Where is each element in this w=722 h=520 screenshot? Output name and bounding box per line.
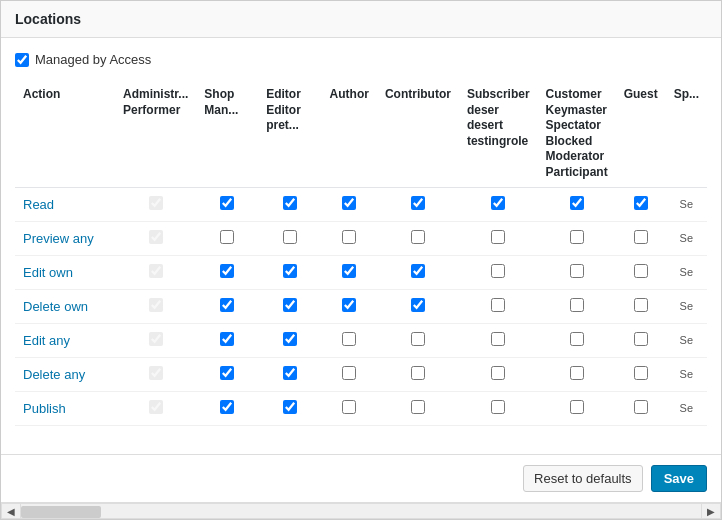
permission-cell-editor: [258, 221, 321, 255]
checkbox-editor-0[interactable]: [283, 196, 297, 210]
sp-cell[interactable]: Se: [666, 255, 707, 289]
checkbox-contributor-6[interactable]: [411, 400, 425, 414]
checkbox-contributor-4[interactable]: [411, 332, 425, 346]
permission-cell-author: [322, 323, 377, 357]
reset-button[interactable]: Reset to defaults: [523, 465, 643, 492]
checkbox-author-3[interactable]: [342, 298, 356, 312]
save-button[interactable]: Save: [651, 465, 707, 492]
checkbox-guest-6[interactable]: [634, 400, 648, 414]
checkbox-author-6[interactable]: [342, 400, 356, 414]
action-cell[interactable]: Preview any: [15, 221, 115, 255]
checkbox-contributor-5[interactable]: [411, 366, 425, 380]
checkbox-guest-5[interactable]: [634, 366, 648, 380]
checkbox-author-2[interactable]: [342, 264, 356, 278]
scrollbar-track[interactable]: [21, 503, 701, 519]
action-cell[interactable]: Publish: [15, 391, 115, 425]
permission-cell-guest: [616, 391, 666, 425]
checkbox-shop_manager-6[interactable]: [220, 400, 234, 414]
table-body: ReadSePreview anySeEdit ownSeDelete ownS…: [15, 187, 707, 425]
permission-cell-customer: [538, 391, 616, 425]
scrollbar-thumb[interactable]: [21, 506, 101, 518]
permission-cell-contributor: [377, 357, 459, 391]
permission-cell-customer: [538, 187, 616, 221]
checkbox-shop_manager-3[interactable]: [220, 298, 234, 312]
checkbox-customer-4[interactable]: [570, 332, 584, 346]
checkbox-subscriber-0[interactable]: [491, 196, 505, 210]
checkbox-customer-3[interactable]: [570, 298, 584, 312]
action-cell[interactable]: Edit own: [15, 255, 115, 289]
checkbox-guest-1[interactable]: [634, 230, 648, 244]
permission-cell-administrator: [115, 357, 196, 391]
permission-cell-shop_manager: [196, 357, 258, 391]
checkbox-editor-2[interactable]: [283, 264, 297, 278]
action-cell[interactable]: Read: [15, 187, 115, 221]
checkbox-guest-0[interactable]: [634, 196, 648, 210]
checkbox-subscriber-5[interactable]: [491, 366, 505, 380]
checkbox-editor-3[interactable]: [283, 298, 297, 312]
checkbox-author-5[interactable]: [342, 366, 356, 380]
col-action: Action: [15, 81, 115, 187]
action-cell[interactable]: Delete any: [15, 357, 115, 391]
checkbox-contributor-0[interactable]: [411, 196, 425, 210]
checkbox-author-0[interactable]: [342, 196, 356, 210]
checkbox-subscriber-2[interactable]: [491, 264, 505, 278]
checkbox-contributor-3[interactable]: [411, 298, 425, 312]
permission-cell-editor: [258, 323, 321, 357]
permission-cell-contributor: [377, 221, 459, 255]
checkbox-guest-3[interactable]: [634, 298, 648, 312]
checkbox-customer-1[interactable]: [570, 230, 584, 244]
permission-cell-author: [322, 255, 377, 289]
checkbox-subscriber-4[interactable]: [491, 332, 505, 346]
permission-cell-subscriber: [459, 323, 538, 357]
checkbox-shop_manager-2[interactable]: [220, 264, 234, 278]
checkbox-subscriber-6[interactable]: [491, 400, 505, 414]
checkbox-guest-4[interactable]: [634, 332, 648, 346]
action-cell[interactable]: Delete own: [15, 289, 115, 323]
table-row: PublishSe: [15, 391, 707, 425]
checkbox-editor-1[interactable]: [283, 230, 297, 244]
checkbox-shop_manager-0[interactable]: [220, 196, 234, 210]
permission-cell-administrator: [115, 323, 196, 357]
scroll-right-arrow[interactable]: ▶: [701, 503, 721, 519]
checkbox-editor-6[interactable]: [283, 400, 297, 414]
sp-cell[interactable]: Se: [666, 391, 707, 425]
sp-cell[interactable]: Se: [666, 357, 707, 391]
table-row: Edit anySe: [15, 323, 707, 357]
checkbox-editor-4[interactable]: [283, 332, 297, 346]
checkbox-shop_manager-1[interactable]: [220, 230, 234, 244]
checkbox-customer-0[interactable]: [570, 196, 584, 210]
checkbox-customer-2[interactable]: [570, 264, 584, 278]
permission-cell-contributor: [377, 391, 459, 425]
permission-cell-guest: [616, 255, 666, 289]
checkbox-shop_manager-5[interactable]: [220, 366, 234, 380]
sp-cell[interactable]: Se: [666, 221, 707, 255]
sp-cell[interactable]: Se: [666, 289, 707, 323]
checkbox-subscriber-3[interactable]: [491, 298, 505, 312]
col-shop-manager: Shop Man...: [196, 81, 258, 187]
permissions-table: Action Administr...Performer Shop Man...…: [15, 81, 707, 426]
checkbox-shop_manager-4[interactable]: [220, 332, 234, 346]
checkbox-customer-6[interactable]: [570, 400, 584, 414]
checkbox-author-4[interactable]: [342, 332, 356, 346]
checkbox-administrator-6: [149, 400, 163, 414]
action-cell[interactable]: Edit any: [15, 323, 115, 357]
checkbox-guest-2[interactable]: [634, 264, 648, 278]
permission-cell-author: [322, 391, 377, 425]
checkbox-contributor-2[interactable]: [411, 264, 425, 278]
permission-cell-customer: [538, 289, 616, 323]
permission-cell-shop_manager: [196, 221, 258, 255]
sp-cell[interactable]: Se: [666, 323, 707, 357]
checkbox-contributor-1[interactable]: [411, 230, 425, 244]
table-row: Edit ownSe: [15, 255, 707, 289]
managed-checkbox[interactable]: [15, 53, 29, 67]
checkbox-subscriber-1[interactable]: [491, 230, 505, 244]
scroll-left-arrow[interactable]: ◀: [1, 503, 21, 519]
scrollbar-row: ◀ ▶: [1, 502, 721, 519]
checkbox-customer-5[interactable]: [570, 366, 584, 380]
checkbox-author-1[interactable]: [342, 230, 356, 244]
sp-cell[interactable]: Se: [666, 187, 707, 221]
col-editor: EditorEditor pret...: [258, 81, 321, 187]
checkbox-administrator-2: [149, 264, 163, 278]
checkbox-editor-5[interactable]: [283, 366, 297, 380]
permission-cell-editor: [258, 357, 321, 391]
